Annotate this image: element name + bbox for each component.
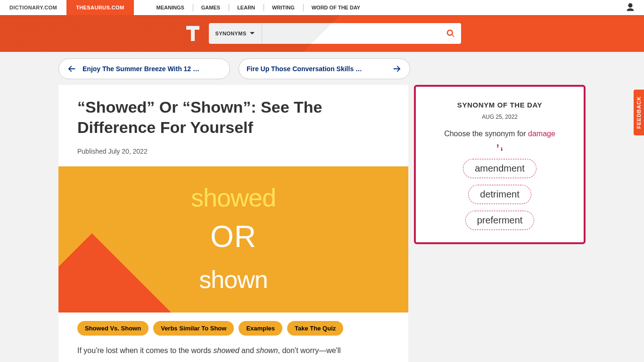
- arrow-left-icon: [66, 64, 77, 74]
- top-navbar: DICTIONARY.COM THESAURUS.COM MEANINGS GA…: [0, 0, 644, 15]
- sotd-prompt: Choose the synonym for damage: [424, 129, 575, 139]
- nav-link-writing[interactable]: WRITING: [264, 0, 303, 15]
- chevron-down-icon: [249, 31, 255, 36]
- swap-arrows-icon: [495, 143, 504, 152]
- article-publish-date: Published July 20, 2022: [77, 148, 389, 155]
- article-title: “Showed” Or “Shown”: See The Difference …: [77, 97, 389, 137]
- sotd-option-detriment[interactable]: detriment: [468, 185, 531, 204]
- search-input[interactable]: [262, 23, 440, 44]
- article-hero-image: showed OR shown: [58, 166, 408, 313]
- nav-link-games[interactable]: GAMES: [193, 0, 229, 15]
- arrow-right-icon: [392, 64, 402, 74]
- search-icon: [446, 29, 455, 38]
- site-tab-dictionary[interactable]: DICTIONARY.COM: [0, 0, 66, 15]
- account-icon[interactable]: [625, 0, 636, 15]
- sotd-keyword: damage: [528, 130, 555, 138]
- article-nav-pills: Enjoy The Summer Breeze With 12 … Fire U…: [58, 52, 586, 85]
- prev-article-link[interactable]: Enjoy The Summer Breeze With 12 …: [58, 58, 230, 79]
- next-article-title: Fire Up Those Conversation Skills …: [247, 65, 386, 73]
- prev-article-title: Enjoy The Summer Breeze With 12 …: [83, 65, 222, 73]
- sotd-option-preferment[interactable]: preferment: [465, 211, 535, 230]
- nav-link-meanings[interactable]: MEANINGS: [148, 0, 193, 15]
- search-filter-dropdown[interactable]: SYNONYMS: [209, 23, 262, 44]
- article-body-intro: If you're lost when it comes to the word…: [58, 336, 408, 356]
- search-box: SYNONYMS: [209, 23, 461, 44]
- article-main: “Showed” Or “Shown”: See The Difference …: [58, 85, 408, 362]
- figure-word-showed: showed: [58, 183, 408, 212]
- search-submit-button[interactable]: [440, 23, 461, 44]
- article-anchor-links: Showed Vs. Shown Verbs Similar To Show E…: [58, 313, 408, 336]
- figure-word-shown: shown: [58, 265, 408, 294]
- search-hero: SYNONYMS: [0, 15, 644, 52]
- figure-word-or: OR: [58, 219, 408, 254]
- anchor-showed-vs-shown[interactable]: Showed Vs. Shown: [77, 321, 149, 336]
- synonym-of-the-day-card: SYNONYM OF THE DAY AUG 25, 2022 Choose t…: [414, 85, 586, 244]
- next-article-link[interactable]: Fire Up Those Conversation Skills …: [239, 58, 410, 79]
- anchor-take-quiz[interactable]: Take The Quiz: [287, 321, 343, 336]
- nav-link-wotd[interactable]: WORD OF THE DAY: [303, 0, 369, 15]
- thesaurus-logo-icon: [183, 24, 202, 43]
- search-filter-label: SYNONYMS: [215, 31, 247, 36]
- anchor-examples[interactable]: Examples: [239, 321, 282, 336]
- sotd-date: AUG 25, 2022: [424, 114, 575, 120]
- site-tab-thesaurus[interactable]: THESAURUS.COM: [66, 0, 133, 15]
- feedback-tab[interactable]: FEEDBACK: [634, 90, 644, 135]
- nav-link-learn[interactable]: LEARN: [229, 0, 264, 15]
- anchor-similar-verbs[interactable]: Verbs Similar To Show: [153, 321, 234, 336]
- sotd-heading: SYNONYM OF THE DAY: [424, 101, 575, 109]
- sotd-option-amendment[interactable]: amendment: [463, 159, 537, 178]
